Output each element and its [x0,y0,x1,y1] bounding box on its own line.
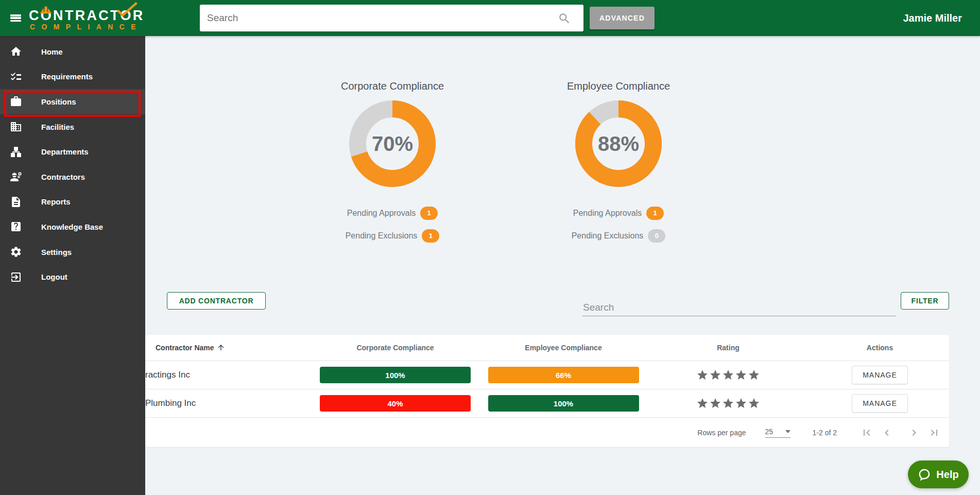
pending-exclusions-badge: 0 [648,229,665,243]
top-bar: CONTRACTOR COMPLIANCE ADVANCED Jamie Mil… [0,0,980,36]
question-icon [10,220,22,233]
main-content: Corporate Compliance 70% Pending Approva… [145,36,980,495]
app: CONTRACTOR COMPLIANCE ADVANCED Jamie Mil… [0,0,980,495]
logo-line2: COMPLIANCE [30,23,142,31]
table-search-input[interactable] [582,296,896,316]
org-chart-icon [10,146,22,158]
donut-percent-label: 70% [349,100,436,187]
rating-stars[interactable] [646,369,811,381]
star-icon [709,397,721,409]
gear-icon [10,246,22,258]
filter-button[interactable]: FILTER [901,292,949,310]
star-icon [696,369,709,381]
table-header-row: Contractor Name Corporate Compliance Emp… [145,335,949,361]
donut-chart-corporate: 70% [349,100,436,187]
home-icon [10,45,22,58]
last-page-icon[interactable] [928,426,940,439]
pagination-range-label: 1-2 of 2 [813,429,837,437]
manage-button[interactable]: MANAGE [852,366,908,384]
star-icon [748,397,760,409]
pending-approvals-badge: 1 [420,207,438,220]
sidebar-item-reports[interactable]: Reports [0,190,145,215]
menu-icon[interactable] [10,14,21,22]
chart-title: Employee Compliance [505,79,732,93]
previous-page-icon[interactable] [881,426,893,439]
engineer-icon [10,170,22,183]
corporate-compliance-chip: 100% [320,367,471,383]
sidebar-item-settings[interactable]: Settings [0,240,145,265]
pending-approvals-row: Pending Approvals 1 [505,206,732,220]
star-icon [709,369,721,381]
donut-percent-label: 88% [575,100,662,187]
column-header-corporate-compliance[interactable]: Corporate Compliance [310,344,481,352]
corporate-compliance-chip: 40% [320,395,471,412]
corporate-compliance-chart: Corporate Compliance 70% Pending Approva… [279,79,506,243]
global-search [200,5,583,31]
sidebar-item-facilities[interactable]: Facilities [0,114,145,140]
sort-ascending-icon [216,343,226,352]
user-name[interactable]: Jamie Miller [903,0,962,36]
rows-per-page-select[interactable]: 25 [765,428,790,438]
contractor-name-cell: ractings Inc [145,370,310,380]
column-header-rating[interactable]: Rating [646,344,811,352]
employee-compliance-chip: 66% [488,367,639,383]
pending-approvals-row: Pending Approvals 1 [279,206,506,220]
contractors-table: Contractor Name Corporate Compliance Emp… [145,335,949,447]
sidebar-item-home[interactable]: Home [0,39,145,64]
add-contractor-button[interactable]: ADD CONTRACTOR [167,292,266,310]
manage-button[interactable]: MANAGE [852,394,908,413]
checklist-icon [10,71,22,83]
search-icon [558,12,571,25]
document-icon [10,196,22,208]
star-icon [735,397,747,409]
chart-title: Corporate Compliance [279,79,506,93]
donut-chart-employee: 88% [575,100,662,187]
column-header-contractor-name[interactable]: Contractor Name [145,343,310,352]
next-page-icon[interactable] [908,426,920,439]
global-search-input[interactable] [207,5,557,31]
table-row: Plumbing Inc 40% 100% MANAGE [145,389,949,417]
table-row: ractings Inc 100% 66% MANAGE [145,361,949,389]
pending-exclusions-row: Pending Exclusions 1 [279,229,506,243]
employee-compliance-chart: Employee Compliance 88% Pending Approval… [505,79,732,243]
contractor-name-cell: Plumbing Inc [145,398,310,408]
dropdown-caret-icon [785,430,790,433]
pending-approvals-badge: 1 [646,207,664,220]
building-icon [10,121,22,133]
rows-per-page-label: Rows per page [697,429,746,437]
sidebar-item-logout[interactable]: Logout [0,264,145,289]
sidebar-item-requirements[interactable]: Requirements [0,64,145,90]
first-page-icon[interactable] [861,426,873,439]
star-icon [722,369,734,381]
star-icon [748,369,760,381]
table-pagination: Rows per page 25 1-2 of 2 [145,417,949,447]
star-icon [696,397,709,409]
employee-compliance-chip: 100% [488,395,639,412]
logout-icon [10,271,22,283]
sidebar-item-knowledge-base[interactable]: Knowledge Base [0,214,145,240]
help-button[interactable]: Help [908,460,969,488]
app-logo: CONTRACTOR COMPLIANCE [29,0,152,34]
star-icon [722,397,734,409]
pending-exclusions-badge: 1 [422,229,439,243]
sidebar: Home Requirements Positions Facilities D… [0,36,145,495]
rating-stars[interactable] [646,397,811,409]
pending-exclusions-row: Pending Exclusions 0 [505,229,732,243]
sidebar-item-departments[interactable]: Departments [0,139,145,164]
star-icon [735,369,747,381]
advanced-search-button[interactable]: ADVANCED [590,7,655,29]
chat-bubble-icon [918,468,931,481]
column-header-employee-compliance[interactable]: Employee Compliance [481,344,646,352]
sidebar-item-contractors[interactable]: Contractors [0,164,145,190]
sidebar-item-positions[interactable]: Positions [0,89,145,114]
column-header-actions: Actions [811,344,949,352]
briefcase-icon [10,95,22,108]
